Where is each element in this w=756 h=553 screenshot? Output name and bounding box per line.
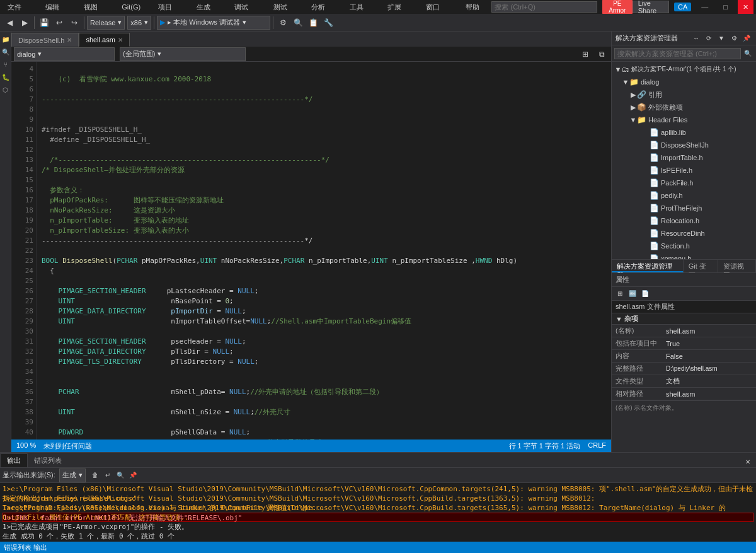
editor-breadcrumb-bar: dialog ▾ (全局范围) ▾ ⊞ ⧉ <box>11 47 611 62</box>
sidebar-git-icon[interactable]: ⑂ <box>1 59 11 69</box>
tab-solution-explorer[interactable]: 解决方案资源管理器 <box>612 260 684 272</box>
sidebar-debug-icon[interactable]: 🐛 <box>1 72 11 82</box>
tree-protthefile[interactable]: 📄 ProtTheFilejh <box>612 202 756 214</box>
toolbar-btn2[interactable]: 🔍 <box>291 16 305 30</box>
output-find-btn[interactable]: 🔍 <box>115 470 126 481</box>
menu-git[interactable]: Git(G) <box>117 0 146 14</box>
user-badge[interactable]: CA <box>674 3 691 11</box>
search-box[interactable] <box>491 1 597 13</box>
menu-test[interactable]: 测试(S) <box>268 0 299 14</box>
toolbar-btn3[interactable]: 📋 <box>306 16 320 30</box>
se-settings-btn[interactable]: ⚙ <box>728 33 740 44</box>
menu-window[interactable]: 窗口(W) <box>421 0 453 14</box>
tree-pediyh[interactable]: 📄 pediy.h <box>612 189 756 202</box>
tree-sectionh[interactable]: 📄 Section.h <box>612 240 756 252</box>
se-sync-btn[interactable]: ↔ <box>690 33 702 44</box>
menu-build[interactable]: 生成(B) <box>192 0 222 14</box>
sidebar-explorer-icon[interactable]: 📁 <box>1 34 11 44</box>
code-text[interactable]: (c) 看雪学院 www.kanxue.com 2000-2018 ------… <box>37 62 611 439</box>
expand-dialog[interactable]: ▼ <box>622 78 629 86</box>
sep3 <box>154 16 154 29</box>
tree-solution[interactable]: ▼ 🗂 解决方案'PE-Armor'(1 个项目/共 1 个) <box>612 63 756 76</box>
tree-apllib[interactable]: 📄 apllib.lib <box>612 126 756 139</box>
title-menus: 文件(F) 编辑(E) 视图(V) Git(G) 项目(P) 生成(B) 调试(… <box>3 0 491 14</box>
tree-xpmenuh[interactable]: 📄 xpmenu.h <box>612 252 756 259</box>
xpmenuh-label: xpmenu.h <box>661 255 691 259</box>
tree-header-files[interactable]: ▼ 📁 Header Files <box>612 114 756 126</box>
split-btn[interactable]: ⧉ <box>595 47 609 61</box>
menu-help[interactable]: 帮助(H) <box>461 0 491 14</box>
se-search-icon[interactable]: 🔍 <box>742 48 753 59</box>
tree-dialog[interactable]: ▼ 📁 dialog <box>612 76 756 88</box>
expand-external[interactable]: ▶ <box>629 103 637 112</box>
scope-dropdown[interactable]: (全局范围) ▾ <box>120 47 246 61</box>
zoom-level: 100 % <box>16 441 36 451</box>
props-page-btn[interactable]: 📄 <box>639 288 651 300</box>
close-btn[interactable]: ✕ <box>738 0 753 14</box>
menu-tools[interactable]: 工具(T) <box>345 0 375 14</box>
menu-file[interactable]: 文件(F) <box>3 0 33 14</box>
output-close-btn[interactable]: ✕ <box>742 456 753 467</box>
tab-disposeshell-close[interactable]: ✕ <box>67 37 72 44</box>
encoding: CRLF <box>588 441 606 451</box>
props-header: 属性 <box>612 273 756 287</box>
output-pin-btn[interactable]: 📌 <box>127 470 139 481</box>
headers-label: Header Files <box>648 116 687 124</box>
toolbar-btn4[interactable]: 🔧 <box>321 16 335 30</box>
se-pin-btn[interactable]: 📌 <box>741 33 752 44</box>
expand-headers[interactable]: ▼ <box>629 116 637 124</box>
sidebar-search-icon[interactable]: 🔍 <box>1 47 11 57</box>
live-share-btn[interactable]: Live Share <box>633 1 669 13</box>
tree-resourcedinh[interactable]: 📄 ResourceDinh <box>612 227 756 240</box>
expand-references[interactable]: ▶ <box>629 91 637 99</box>
menu-project[interactable]: 项目(P) <box>153 0 184 14</box>
breadcrumb-dropdown[interactable]: dialog ▾ <box>14 47 115 61</box>
menu-debug[interactable]: 调试(D) <box>229 0 260 14</box>
props-cat-btn[interactable]: ⊞ <box>614 288 626 300</box>
tree-references[interactable]: ▶ 🔗 引用 <box>612 88 756 101</box>
tree-disposeshellh[interactable]: 📄 DisposeShellJh <box>612 139 756 151</box>
collapse-all-btn[interactable]: ⊞ <box>578 47 592 61</box>
se-search-input[interactable] <box>614 48 741 59</box>
menu-view[interactable]: 视图(V) <box>79 0 110 14</box>
sep2 <box>84 16 84 29</box>
sidebar-extensions-icon[interactable]: ⬡ <box>1 84 11 95</box>
tree-ispefile[interactable]: 📄 IsPEFile.h <box>612 164 756 177</box>
debugger-chevron: ▾ <box>243 18 246 26</box>
config-dropdown[interactable]: Release ▾ <box>87 16 125 30</box>
tree-relocationh[interactable]: 📄 Relocation.h <box>612 214 756 227</box>
toolbar-forward[interactable]: ▶ <box>18 16 32 30</box>
protthefile-label: ProtTheFilejh <box>661 204 702 212</box>
tab-disposeshell[interactable]: DisposeShell.h ✕ <box>11 33 79 47</box>
toolbar-btn1[interactable]: ⚙ <box>276 16 290 30</box>
tab-shellasm-close[interactable]: ✕ <box>118 37 123 44</box>
platform-dropdown[interactable]: x86 ▾ <box>127 16 151 30</box>
toolbar-back[interactable]: ◀ <box>3 16 16 30</box>
se-refresh-btn[interactable]: ⟳ <box>703 33 714 44</box>
se-collapse-btn[interactable]: ▼ <box>716 33 727 44</box>
debugger-dropdown[interactable]: ▶ ▸ 本地 Windows 调试器 ▾ <box>157 16 270 30</box>
tab-shellasm[interactable]: shell.asm ✕ <box>79 33 129 47</box>
menu-edit[interactable]: 编辑(E) <box>40 0 71 14</box>
props-panel: ▼ 杂项 (名称) shell.asm 包括在项目中 True 内容 False… <box>612 313 756 452</box>
toolbar-undo[interactable]: ↩ <box>52 16 66 30</box>
output-clear-btn[interactable]: 🗑 <box>89 470 101 481</box>
toolbar-redo[interactable]: ↪ <box>67 16 81 30</box>
output-source-dropdown[interactable]: 生成 ▾ <box>59 469 86 482</box>
menu-extensions[interactable]: 扩展(X) <box>382 0 413 14</box>
editor-tab-bar: DisposeShell.h ✕ shell.asm ✕ <box>11 32 611 47</box>
maximize-btn[interactable]: □ <box>718 0 733 14</box>
toolbar-save[interactable]: 💾 <box>37 16 51 30</box>
menu-analyze[interactable]: 分析(N) <box>306 0 337 14</box>
tree-packfile[interactable]: 📄 PackFile.h <box>612 177 756 189</box>
tab-output[interactable]: 输出 <box>0 453 28 467</box>
tab-error-list[interactable]: 错误列表 <box>28 453 68 467</box>
tab-git-changes[interactable]: Git 变更 <box>684 260 718 272</box>
minimize-btn[interactable]: — <box>696 0 713 14</box>
props-az-btn[interactable]: 🔤 <box>627 288 638 300</box>
tab-resource-view[interactable]: 资源视图 <box>718 260 756 272</box>
tree-external-deps[interactable]: ▶ 📦 外部依赖项 <box>612 101 756 114</box>
output-wrap-btn[interactable]: ↵ <box>102 470 113 481</box>
tree-importtable[interactable]: 📄 ImportTable.h <box>612 151 756 164</box>
expand-solution[interactable]: ▼ <box>614 66 622 73</box>
